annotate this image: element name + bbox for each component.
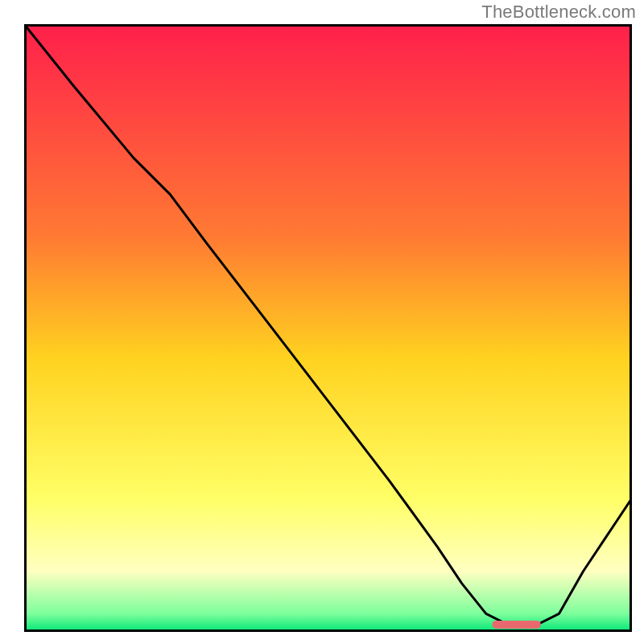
chart-frame: TheBottleneck.com bbox=[0, 0, 644, 644]
plot-area bbox=[24, 24, 632, 632]
watermark-label: TheBottleneck.com bbox=[481, 2, 636, 23]
gradient-background bbox=[24, 24, 632, 632]
optimal-range-marker bbox=[492, 621, 540, 629]
chart-svg bbox=[24, 24, 632, 632]
